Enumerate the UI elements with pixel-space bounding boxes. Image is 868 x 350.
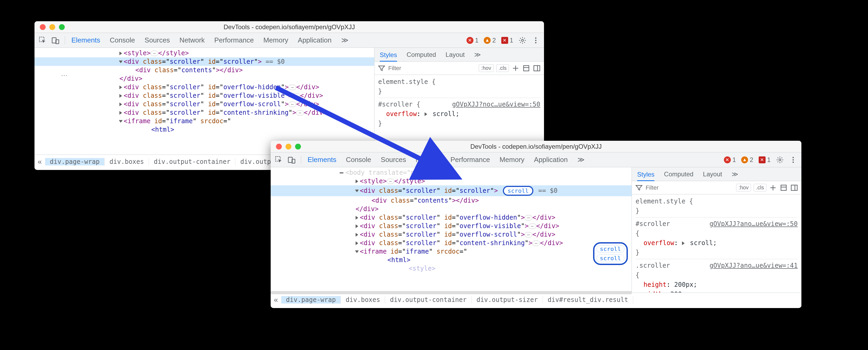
tab-console[interactable]: Console (346, 156, 371, 164)
dom-iframe-inner-html[interactable]: <html> (271, 256, 631, 264)
new-style-rule-icon[interactable] (512, 64, 520, 72)
crumb-item[interactable]: div.boxes (104, 158, 149, 166)
dom-node-content-shrinking[interactable]: <div class="scroller" id="content-shrink… (271, 239, 631, 247)
crumb-item[interactable]: div.page-wrap (281, 296, 341, 303)
settings-icon[interactable] (519, 36, 526, 45)
dom-node-overflow-scroll[interactable]: <div class="scroller" id="overflow-scrol… (34, 100, 374, 108)
minimize-window-button[interactable] (49, 24, 55, 30)
tab-network[interactable]: Network (415, 156, 441, 164)
maximize-window-button[interactable] (295, 144, 301, 149)
scroll-badge[interactable]: scroll (596, 254, 624, 262)
dom-node-overflow-scroll[interactable]: <div class="scroller" id="overflow-scrol… (271, 230, 631, 239)
dom-node-overflow-hidden[interactable]: <div class="scroller" id="overflow-hidde… (271, 213, 631, 222)
warning-count[interactable]: ▲2 (741, 156, 753, 164)
tab-application[interactable]: Application (298, 36, 332, 45)
crumb-item[interactable]: div.page-wrap (45, 158, 105, 166)
hov-toggle[interactable]: :hov (479, 64, 494, 72)
tab-sources[interactable]: Sources (381, 156, 406, 164)
dom-node-overflow-visible[interactable]: <div class="scroller" id="overflow-visib… (271, 222, 631, 230)
dom-tree[interactable]: <body translate="no"> <style>⋯</style> <… (271, 167, 631, 293)
dom-node-scroller-selected[interactable]: <div class="scroller" id="scroller"> == … (34, 57, 374, 66)
dom-node-style[interactable]: <style>⋯</style> (34, 49, 374, 57)
tab-network[interactable]: Network (179, 36, 205, 45)
source-link[interactable]: gOVpXJJ?ano…ue&view=:50 (710, 219, 798, 229)
computed-styles-icon[interactable] (780, 184, 787, 192)
hov-toggle[interactable]: :hov (736, 184, 751, 192)
styles-tab[interactable]: Styles (637, 171, 654, 181)
dom-node-scroller-selected[interactable]: <div class="scroller" id="scroller"> scr… (271, 185, 631, 196)
panel-toggle-icon[interactable] (790, 184, 798, 192)
info-count[interactable]: ✕1 (501, 37, 513, 44)
element-style-rule[interactable]: element.style { (636, 197, 798, 206)
dom-node-overflow-hidden[interactable]: <div class="scroller" id="overflow-hidde… (34, 83, 374, 91)
crumb-prev[interactable]: « (271, 296, 281, 304)
dom-close-div[interactable]: </div> (34, 75, 374, 83)
rule-scroller[interactable]: #scroller {gOVpXJJ?noc…ue&view=:50 (378, 99, 540, 109)
tab-sources[interactable]: Sources (145, 36, 170, 45)
computed-styles-icon[interactable] (522, 64, 530, 72)
crumb-item[interactable]: div.output-container (149, 158, 236, 166)
dom-node-overflow-visible[interactable]: <div class="scroller" id="overflow-visib… (34, 91, 374, 100)
panel-toggle-icon[interactable] (533, 64, 541, 72)
new-style-rule-icon[interactable] (769, 184, 777, 192)
horizontal-scrollbar[interactable] (271, 291, 631, 294)
dom-body-frag[interactable]: <body translate="no"> (271, 168, 631, 177)
minimize-window-button[interactable] (285, 144, 291, 149)
side-tabs-overflow[interactable]: ≫ (732, 171, 738, 178)
device-toggle-icon[interactable] (52, 36, 59, 45)
device-toggle-icon[interactable] (288, 156, 296, 164)
inspect-icon[interactable] (275, 156, 283, 164)
computed-tab[interactable]: Computed (664, 171, 693, 178)
crumb-item[interactable]: div.boxes (341, 296, 385, 303)
dom-close-div[interactable]: </div> (271, 205, 631, 213)
crumb-prev[interactable]: « (34, 157, 45, 166)
tabs-overflow[interactable]: ≫ (578, 156, 585, 164)
dom-node-content-shrinking[interactable]: <div class="scroller" id="content-shrink… (34, 108, 374, 117)
styles-filter-input[interactable] (388, 65, 476, 72)
dom-iframe-inner-style[interactable]: <style> (271, 264, 631, 273)
close-window-button[interactable] (276, 144, 282, 149)
element-style-rule[interactable]: element.style { (378, 77, 540, 87)
side-tabs-overflow[interactable]: ≫ (474, 51, 481, 58)
crumb-item[interactable]: div#result_div.result (543, 296, 633, 303)
layout-tab[interactable]: Layout (445, 51, 465, 58)
more-menu-icon[interactable] (789, 156, 797, 164)
settings-icon[interactable] (776, 156, 784, 164)
inspect-icon[interactable] (39, 36, 47, 45)
rule-scroller-class[interactable]: .scrollergOVpXJJ?ano…ue&view=:41 (636, 261, 798, 270)
tab-memory[interactable]: Memory (263, 36, 288, 45)
tab-memory[interactable]: Memory (499, 156, 524, 164)
error-count[interactable]: ✕1 (466, 37, 478, 44)
rule-scroller-id[interactable]: #scrollergOVpXJJ?ano…ue&view=:50 (636, 219, 798, 229)
tab-elements[interactable]: Elements (71, 36, 100, 45)
tab-performance[interactable]: Performance (451, 156, 490, 164)
more-menu-icon[interactable] (532, 36, 540, 45)
cls-toggle[interactable]: .cls (496, 64, 509, 72)
scroll-badge[interactable]: scroll (503, 186, 533, 196)
crumb-item[interactable]: div.output-sizer (471, 296, 542, 303)
crumb-item[interactable]: div.output-container (385, 296, 471, 303)
close-window-button[interactable] (40, 24, 45, 30)
cls-toggle[interactable]: .cls (754, 184, 766, 192)
tab-performance[interactable]: Performance (214, 36, 254, 45)
tabs-overflow[interactable]: ≫ (341, 36, 348, 45)
source-link[interactable]: gOVpXJJ?noc…ue&view=:50 (452, 99, 540, 109)
dom-node-contents[interactable]: <div class="contents"></div> (34, 66, 374, 75)
source-link[interactable]: gOVpXJJ?ano…ue&view=:41 (710, 261, 798, 270)
dom-iframe-inner-html[interactable]: <html> (34, 125, 374, 134)
tab-application[interactable]: Application (534, 156, 568, 164)
styles-tab[interactable]: Styles (380, 51, 397, 62)
tab-elements[interactable]: Elements (308, 156, 336, 164)
dom-tree[interactable]: <style>⋯</style> <div class="scroller" i… (34, 48, 374, 154)
scroll-badge[interactable]: scroll (596, 245, 624, 253)
info-count[interactable]: ✕1 (759, 156, 771, 164)
dom-node-iframe[interactable]: <iframe id="iframe" srcdoc=" (34, 117, 374, 125)
warning-count[interactable]: ▲2 (484, 37, 496, 44)
layout-tab[interactable]: Layout (703, 171, 722, 178)
tab-console[interactable]: Console (110, 36, 135, 45)
dom-node-style[interactable]: <style>⋯</style> (271, 177, 631, 185)
dom-node-iframe[interactable]: <iframe id="iframe" srcdoc=" (271, 247, 631, 256)
maximize-window-button[interactable] (59, 24, 65, 30)
dom-node-contents[interactable]: <div class="contents"></div> (271, 196, 631, 205)
error-count[interactable]: ✕1 (724, 156, 736, 164)
